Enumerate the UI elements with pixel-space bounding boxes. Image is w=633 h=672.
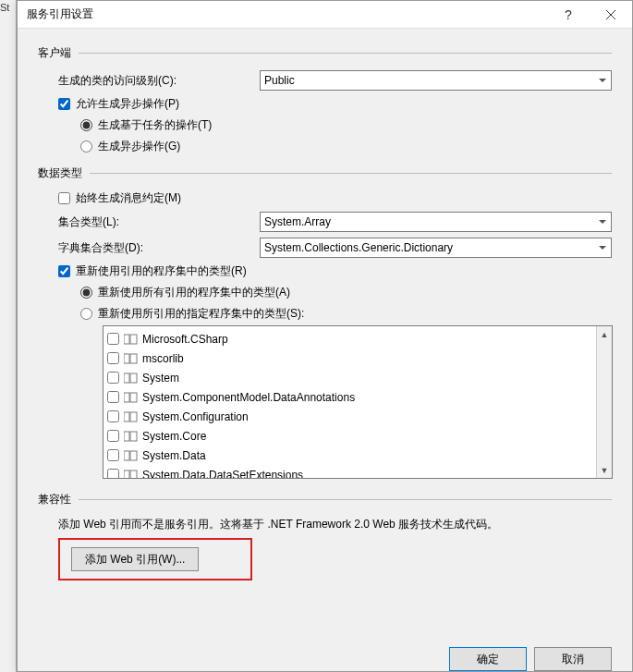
ok-button[interactable]: 确定 (449, 647, 527, 671)
always-msgcontract-checkbox[interactable] (58, 192, 70, 204)
access-level-label: 生成的类的访问级别(C): (58, 73, 260, 89)
async-op-radio[interactable] (80, 141, 92, 153)
dict-type-select[interactable]: System.Collections.Generic.Dictionary (260, 238, 612, 258)
scroll-down-icon[interactable]: ▼ (597, 462, 613, 478)
close-icon (606, 10, 615, 19)
assembly-checkbox[interactable] (107, 333, 119, 345)
section-client-label: 客户端 (38, 45, 79, 61)
assembly-name: System.Configuration (142, 410, 249, 423)
reuse-types-checkbox[interactable] (58, 265, 70, 277)
svg-rect-2 (124, 335, 129, 344)
access-level-select-wrap: Public (260, 70, 612, 91)
help-button[interactable]: ? (547, 1, 590, 29)
assembly-row[interactable]: System.Core (107, 426, 592, 446)
reuse-all-radio[interactable] (80, 287, 92, 299)
collection-type-label: 集合类型(L): (58, 214, 260, 230)
task-based-radio[interactable] (80, 119, 92, 131)
section-compat-header: 兼容性 (38, 492, 612, 507)
svg-rect-16 (124, 470, 129, 480)
assembly-checkbox[interactable] (107, 391, 119, 403)
always-msgcontract-label: 始终生成消息约定(M) (76, 190, 181, 206)
assembly-icon (124, 352, 138, 365)
section-datatype-label: 数据类型 (38, 165, 90, 181)
section-divider (79, 53, 612, 54)
collection-type-select-wrap: System.Array (260, 212, 612, 232)
allow-async-label: 允许生成异步操作(P) (76, 96, 179, 112)
dict-type-label: 字典集合类型(D): (58, 240, 260, 256)
assembly-icon (124, 469, 138, 480)
section-client-header: 客户端 (38, 45, 612, 61)
titlebar: 服务引用设置 ? (18, 1, 632, 29)
assembly-icon (124, 410, 138, 423)
allow-async-checkbox[interactable] (58, 98, 70, 110)
allow-async-check-row: 允许生成异步操作(P) (58, 96, 612, 112)
scroll-up-icon[interactable]: ▲ (597, 326, 613, 342)
assembly-checkbox[interactable] (107, 449, 119, 461)
svg-rect-4 (124, 354, 129, 363)
reuse-all-radio-row: 重新使用所有引用的程序集中的类型(A) (80, 285, 612, 300)
svg-rect-10 (124, 412, 129, 422)
close-button[interactable] (590, 1, 632, 29)
assembly-icon (124, 430, 138, 443)
svg-rect-8 (124, 393, 129, 402)
svg-rect-13 (130, 432, 137, 441)
dict-type-select-wrap: System.Collections.Generic.Dictionary (260, 238, 612, 258)
assembly-row[interactable]: Microsoft.CSharp (107, 329, 592, 348)
assembly-row[interactable]: System (107, 368, 592, 387)
assembly-row[interactable]: System.Configuration (107, 407, 592, 426)
section-compat-label: 兼容性 (38, 492, 79, 507)
assembly-row[interactable]: System.ComponentModel.DataAnnotations (107, 387, 592, 407)
assembly-name: System.ComponentModel.DataAnnotations (142, 391, 355, 404)
assembly-name: Microsoft.CSharp (142, 333, 228, 346)
background-app-fragment: St (0, 0, 17, 672)
assembly-icon (124, 391, 138, 404)
assembly-row[interactable]: System.Data.DataSetExtensions (107, 465, 592, 479)
assembly-name: System.Data.DataSetExtensions (142, 469, 303, 480)
assembly-icon (124, 333, 138, 346)
add-web-reference-button[interactable]: 添加 Web 引用(W)... (71, 547, 199, 571)
async-op-radio-row: 生成异步操作(G) (80, 139, 612, 154)
always-msgcontract-row: 始终生成消息约定(M) (58, 190, 612, 206)
assembly-checkbox[interactable] (107, 469, 119, 479)
svg-rect-5 (130, 354, 137, 363)
assembly-checkbox[interactable] (107, 352, 119, 364)
compat-description: 添加 Web 引用而不是服务引用。这将基于 .NET Framework 2.0… (58, 517, 612, 532)
cancel-button[interactable]: 取消 (534, 647, 612, 671)
assembly-icon (124, 449, 138, 462)
access-level-select[interactable]: Public (260, 70, 612, 91)
task-based-label: 生成基于任务的操作(T) (98, 117, 212, 133)
assembly-row[interactable]: System.Data (107, 446, 592, 465)
assembly-row[interactable]: mscorlib (107, 348, 592, 368)
collection-type-select[interactable]: System.Array (260, 212, 612, 232)
collection-type-row: 集合类型(L): System.Array (58, 212, 612, 232)
assembly-checkbox[interactable] (107, 410, 119, 422)
assembly-name: System.Core (142, 430, 206, 443)
section-datatype-header: 数据类型 (38, 165, 612, 181)
async-op-label: 生成异步操作(G) (98, 139, 180, 154)
reuse-specified-label: 重新使用所引用的指定程序集中的类型(S): (98, 306, 304, 322)
svg-rect-15 (130, 451, 137, 460)
reuse-all-label: 重新使用所有引用的程序集中的类型(A) (98, 285, 290, 300)
svg-rect-14 (124, 451, 129, 460)
dict-type-row: 字典集合类型(D): System.Collections.Generic.Di… (58, 238, 612, 258)
reuse-specified-radio-row: 重新使用所引用的指定程序集中的类型(S): (80, 306, 612, 322)
assembly-checkbox[interactable] (107, 430, 119, 442)
svg-rect-9 (130, 393, 137, 402)
add-web-ref-highlight: 添加 Web 引用(W)... (58, 538, 252, 580)
svg-rect-7 (130, 373, 137, 383)
assembly-list: Microsoft.CSharpmscorlibSystemSystem.Com… (103, 325, 613, 479)
svg-rect-17 (130, 470, 137, 480)
reuse-specified-radio[interactable] (80, 308, 92, 320)
assembly-name: mscorlib (142, 352, 184, 365)
assembly-icon (124, 372, 138, 385)
assembly-checkbox[interactable] (107, 372, 119, 384)
svg-rect-6 (124, 373, 129, 383)
assembly-scrollbar[interactable]: ▲ ▼ (596, 326, 612, 478)
reuse-types-row: 重新使用引用的程序集中的类型(R) (58, 263, 612, 279)
window-title: 服务引用设置 (27, 6, 547, 22)
task-based-radio-row: 生成基于任务的操作(T) (80, 117, 612, 133)
assembly-items: Microsoft.CSharpmscorlibSystemSystem.Com… (103, 326, 596, 478)
section-divider (90, 173, 612, 174)
access-level-row: 生成的类的访问级别(C): Public (58, 70, 612, 91)
service-reference-settings-dialog: 服务引用设置 ? 客户端 生成的类的访问级别(C): Public 允许生成异步… (17, 0, 633, 672)
